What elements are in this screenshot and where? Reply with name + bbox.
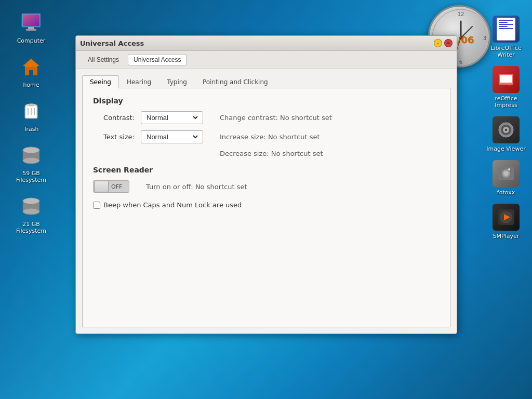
svg-point-16 <box>23 157 39 164</box>
all-settings-breadcrumb[interactable]: All Settings <box>82 54 125 65</box>
trash-icon-img <box>19 99 44 124</box>
home-label: home <box>23 82 39 88</box>
computer-label: Computer <box>17 37 46 44</box>
universal-access-breadcrumb[interactable]: Universal Access <box>128 54 187 65</box>
svg-rect-3 <box>28 27 34 29</box>
contrast-select-input[interactable]: Normal High Contrast Low Contrast <box>144 113 200 122</box>
svg-marker-6 <box>23 59 39 67</box>
decrease-size-row: Decrease size: No shortcut set <box>93 150 440 157</box>
svg-rect-2 <box>23 15 39 26</box>
tab-pointing[interactable]: Pointing and Clicking <box>195 75 276 88</box>
minimize-button[interactable]: – <box>434 39 442 47</box>
contrast-select[interactable]: Normal High Contrast Low Contrast <box>141 111 203 124</box>
svg-point-21 <box>23 198 39 204</box>
smplayer-icon[interactable]: SMPlayer <box>485 204 527 240</box>
filesystem2-icon[interactable]: 21 GB Filesystem <box>10 194 52 234</box>
universal-access-window: Universal Access – ✕ All Settings Univer… <box>75 35 457 334</box>
fotoxx-label: fotoxx <box>497 189 515 196</box>
filesystem2-icon-img <box>19 194 44 219</box>
contrast-shortcut: Change contrast: No shortcut set <box>220 114 332 122</box>
contrast-row: Contrast: Normal High Contrast Low Contr… <box>93 111 440 124</box>
screen-reader-title: Screen Reader <box>93 166 440 174</box>
trash-icon[interactable]: Trash <box>10 99 52 132</box>
text-size-label: Text size: <box>93 133 135 141</box>
svg-rect-13 <box>29 104 33 106</box>
trash-label: Trash <box>23 126 38 132</box>
window-titlebar: Universal Access – ✕ <box>76 36 457 51</box>
contrast-label: Contrast: <box>93 114 135 122</box>
tab-seeing[interactable]: Seeing <box>82 75 119 88</box>
image-viewer-label: Image Viewer <box>486 145 525 152</box>
libreoffice-impress-img <box>493 66 520 93</box>
increase-size-shortcut: Increase size: No shortcut set <box>220 133 320 141</box>
image-viewer-icon[interactable]: Image Viewer <box>485 116 527 152</box>
decrease-size-shortcut: Decrease size: No shortcut set <box>220 150 323 157</box>
svg-point-17 <box>23 147 39 153</box>
desktop-icons-right: LibreOffice Writer reOffice Impress Imag… <box>485 16 527 240</box>
window-title: Universal Access <box>80 39 144 47</box>
smplayer-label: SMPlayer <box>493 233 520 240</box>
breadcrumb-bar: All Settings Universal Access <box>76 51 457 69</box>
fotoxx-img <box>493 160 520 187</box>
svg-point-20 <box>23 208 39 215</box>
filesystem1-icon-img <box>19 143 44 168</box>
svg-rect-32 <box>500 75 512 83</box>
close-button[interactable]: ✕ <box>444 39 453 47</box>
libreoffice-impress-label: reOffice Impress <box>485 95 527 109</box>
image-viewer-img <box>493 116 520 143</box>
beep-checkbox[interactable] <box>93 202 100 209</box>
svg-point-40 <box>503 171 509 176</box>
home-icon[interactable]: home <box>10 55 52 88</box>
home-icon-img <box>19 55 44 79</box>
window-content: Seeing Hearing Typing Pointing and Click… <box>76 69 457 334</box>
tab-bar: Seeing Hearing Typing Pointing and Click… <box>82 75 450 88</box>
screen-reader-toggle-row: OFF Turn on or off: No shortcut set <box>93 180 440 193</box>
libreoffice-writer-icon[interactable]: LibreOffice Writer <box>485 16 527 58</box>
libreoffice-writer-label: LibreOffice Writer <box>485 45 527 58</box>
text-size-select-input[interactable]: Normal Large Larger <box>144 132 200 141</box>
fotoxx-icon[interactable]: fotoxx <box>485 160 527 196</box>
libreoffice-impress-icon[interactable]: reOffice Impress <box>485 66 527 109</box>
tab-hearing[interactable]: Hearing <box>119 75 159 88</box>
computer-icon-img <box>19 10 44 35</box>
libreoffice-writer-img <box>493 16 520 43</box>
computer-icon[interactable]: Computer <box>10 10 52 44</box>
text-size-select[interactable]: Normal Large Larger <box>141 130 203 143</box>
smplayer-img <box>493 204 520 231</box>
filesystem2-label: 21 GB Filesystem <box>10 221 52 234</box>
svg-rect-4 <box>26 29 36 31</box>
display-section-title: Display <box>93 97 440 105</box>
screen-reader-section: Screen Reader OFF Turn on or off: No sho… <box>93 166 440 193</box>
filesystem1-label: 59 GB Filesystem <box>10 170 52 183</box>
text-size-row: Text size: Normal Large Larger Increase … <box>93 130 440 143</box>
screen-reader-shortcut: Turn on or off: No shortcut set <box>146 183 247 191</box>
beep-label: Beep when Caps and Num Lock are used <box>103 201 242 209</box>
desktop-icons-left: Computer home Trash <box>10 10 52 234</box>
svg-marker-33 <box>507 85 512 87</box>
window-controls: – ✕ <box>434 39 453 47</box>
toggle-thumb <box>94 181 109 192</box>
beep-checkbox-row: Beep when Caps and Num Lock are used <box>93 201 440 209</box>
filesystem1-icon[interactable]: 59 GB Filesystem <box>10 143 52 183</box>
svg-text:6: 6 <box>459 59 462 65</box>
toggle-off-label: OFF <box>109 183 124 190</box>
svg-text:12: 12 <box>458 11 464 17</box>
screen-reader-toggle[interactable]: OFF <box>93 180 129 193</box>
tab-typing[interactable]: Typing <box>159 75 195 88</box>
seeing-panel: Display Contrast: Normal High Contrast L… <box>82 88 450 327</box>
svg-point-37 <box>505 129 507 131</box>
svg-point-41 <box>508 168 510 170</box>
